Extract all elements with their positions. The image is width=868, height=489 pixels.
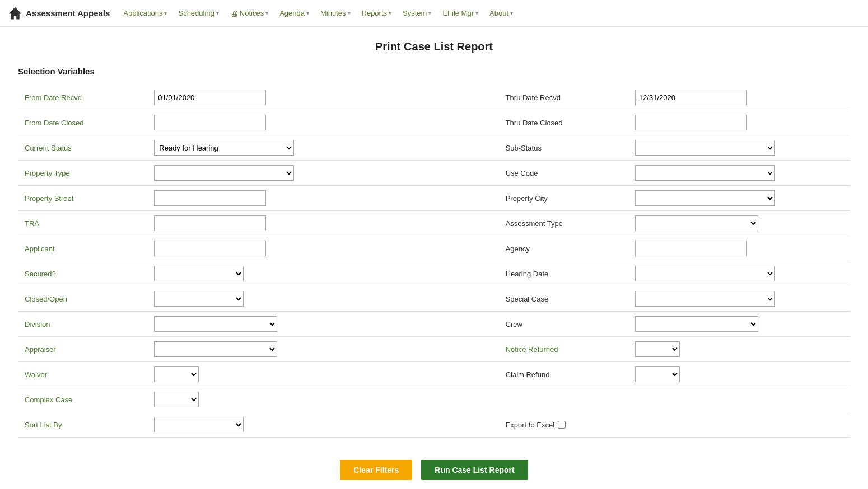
brand-label: Assessment Appeals — [26, 8, 110, 18]
efile-caret: ▾ — [475, 10, 478, 16]
division-label: Division — [18, 312, 147, 337]
hearing-date-select[interactable] — [635, 266, 775, 281]
export-to-excel-label: Export to Excel — [506, 421, 554, 429]
property-city-select[interactable] — [635, 190, 775, 206]
property-street-input[interactable] — [154, 190, 266, 206]
tra-label: TRA — [18, 211, 147, 236]
row-division: Division Crew — [18, 312, 850, 337]
nav-system[interactable]: System ▾ — [398, 0, 436, 27]
print-icon: 🖨 — [230, 9, 238, 18]
nav-agenda[interactable]: Agenda ▾ — [275, 0, 314, 27]
row-complex-case: Complex Case — [18, 387, 850, 412]
applications-caret: ▾ — [164, 10, 167, 16]
app-brand[interactable]: Assessment Appeals — [9, 7, 110, 20]
run-report-button[interactable]: Run Case List Report — [421, 460, 528, 480]
form-table: From Date Recvd Thru Date Recvd From Dat… — [18, 85, 850, 438]
nav-notices[interactable]: 🖨 Notices ▾ — [226, 0, 273, 27]
crew-label: Crew — [499, 312, 628, 337]
nav-minutes[interactable]: Minutes ▾ — [316, 0, 355, 27]
appraiser-select[interactable] — [154, 341, 277, 357]
secured-label: Secured? — [18, 261, 147, 286]
sub-status-select[interactable] — [635, 140, 775, 156]
use-code-select[interactable] — [635, 165, 775, 181]
closed-open-select[interactable] — [154, 291, 244, 307]
property-street-label: Property Street — [18, 186, 147, 211]
thru-date-closed-input[interactable] — [635, 115, 747, 130]
notice-returned-label: Notice Returned — [499, 337, 628, 362]
notices-caret: ▾ — [265, 10, 268, 16]
tra-input[interactable] — [154, 215, 266, 231]
about-caret: ▾ — [510, 10, 513, 16]
section-title: Selection Variables — [18, 67, 850, 76]
crew-select[interactable] — [635, 316, 758, 332]
row-date-recvd: From Date Recvd Thru Date Recvd — [18, 85, 850, 110]
from-date-recvd-input[interactable] — [154, 90, 266, 105]
from-date-closed-label: From Date Closed — [18, 110, 147, 135]
row-applicant: Applicant Agency — [18, 236, 850, 261]
special-case-select[interactable] — [635, 291, 775, 307]
export-to-excel-row: Export to Excel — [506, 421, 622, 429]
claim-refund-label: Claim Refund — [499, 362, 628, 387]
sort-list-by-select[interactable] — [154, 417, 244, 432]
property-type-label: Property Type — [18, 161, 147, 186]
main-content: Print Case List Report Selection Variabl… — [0, 27, 868, 489]
row-closed-open: Closed/Open Special Case — [18, 286, 850, 312]
thru-date-closed-label: Thru Date Closed — [499, 110, 628, 135]
export-to-excel-checkbox[interactable] — [558, 421, 566, 429]
home-icon — [9, 7, 21, 20]
nav-scheduling[interactable]: Scheduling ▾ — [174, 0, 223, 27]
clear-filters-button[interactable]: Clear Filters — [340, 460, 412, 480]
row-date-closed: From Date Closed Thru Date Closed — [18, 110, 850, 135]
claim-refund-select[interactable] — [635, 366, 680, 382]
row-appraiser: Appraiser Notice Returned — [18, 337, 850, 362]
nav-reports[interactable]: Reports ▾ — [357, 0, 396, 27]
applicant-label: Applicant — [18, 236, 147, 261]
agenda-caret: ▾ — [306, 10, 309, 16]
current-status-label: Current Status — [18, 135, 147, 161]
complex-case-select[interactable] — [154, 392, 199, 407]
waiver-select[interactable] — [154, 366, 199, 382]
agency-input[interactable] — [635, 241, 747, 256]
hearing-date-label: Hearing Date — [499, 261, 628, 286]
row-property-type: Property Type Use Code — [18, 161, 850, 186]
secured-select[interactable] — [154, 266, 244, 281]
thru-date-recvd-input[interactable] — [635, 90, 747, 105]
use-code-label: Use Code — [499, 161, 628, 186]
property-type-select[interactable] — [154, 165, 294, 181]
closed-open-label: Closed/Open — [18, 286, 147, 312]
notice-returned-select[interactable] — [635, 341, 680, 357]
nav-applications[interactable]: Applications ▾ — [119, 0, 171, 27]
waiver-label: Waiver — [18, 362, 147, 387]
applicant-input[interactable] — [154, 241, 266, 256]
reports-caret: ▾ — [389, 10, 391, 16]
sub-status-label: Sub-Status — [499, 135, 628, 161]
row-secured: Secured? Hearing Date — [18, 261, 850, 286]
thru-date-recvd-label: Thru Date Recvd — [499, 85, 628, 110]
row-tra: TRA Assessment Type — [18, 211, 850, 236]
scheduling-caret: ▾ — [216, 10, 219, 16]
division-select[interactable] — [154, 316, 277, 332]
buttons-row: Clear Filters Run Case List Report — [18, 451, 850, 480]
assessment-type-select[interactable] — [635, 215, 758, 231]
appraiser-label: Appraiser — [18, 337, 147, 362]
row-sort: Sort List By Export to Excel — [18, 412, 850, 438]
special-case-label: Special Case — [499, 286, 628, 312]
complex-case-label: Complex Case — [18, 387, 147, 412]
minutes-caret: ▾ — [348, 10, 351, 16]
from-date-recvd-label: From Date Recvd — [18, 85, 147, 110]
sort-list-by-label: Sort List By — [18, 412, 147, 438]
navbar: Assessment Appeals Applications ▾ Schedu… — [0, 0, 868, 27]
current-status-select[interactable]: Ready for Hearing -- Select -- — [154, 140, 294, 156]
system-caret: ▾ — [428, 10, 431, 16]
assessment-type-label: Assessment Type — [499, 211, 628, 236]
row-status: Current Status Ready for Hearing -- Sele… — [18, 135, 850, 161]
row-property-street: Property Street Property City — [18, 186, 850, 211]
from-date-recvd-cell — [147, 85, 369, 110]
nav-efile-mgr[interactable]: EFile Mgr ▾ — [438, 0, 483, 27]
property-city-label: Property City — [499, 186, 628, 211]
row-waiver: Waiver Claim Refund — [18, 362, 850, 387]
thru-date-recvd-cell — [628, 85, 850, 110]
nav-about[interactable]: About ▾ — [485, 0, 517, 27]
page-title: Print Case List Report — [18, 40, 850, 53]
from-date-closed-input[interactable] — [154, 115, 266, 130]
